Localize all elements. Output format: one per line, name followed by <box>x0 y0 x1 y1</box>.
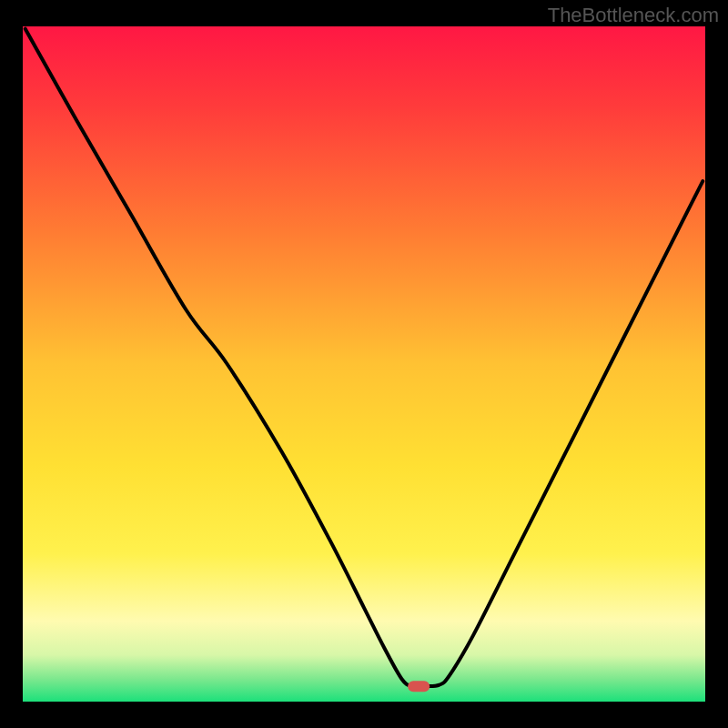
watermark-text: TheBottleneck.com <box>548 4 719 27</box>
chart-container: TheBottleneck.com <box>0 0 728 728</box>
plot-background <box>22 25 706 703</box>
min-point-marker <box>408 681 430 692</box>
bottleneck-chart <box>0 0 728 728</box>
